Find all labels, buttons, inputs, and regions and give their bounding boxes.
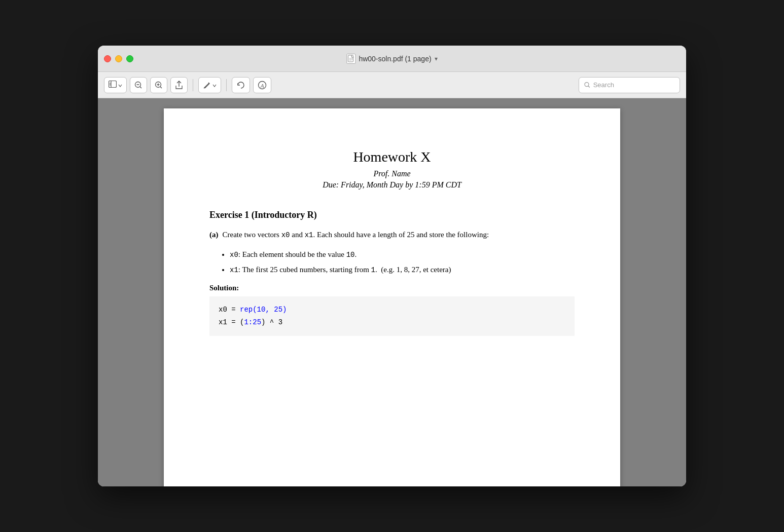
bullet-1: x0: Each element should be the value 10.	[230, 248, 575, 261]
annotate-button[interactable]: A	[253, 77, 271, 93]
sidebar-toggle-button[interactable]	[104, 77, 127, 93]
pdf-professor: Prof. Name	[209, 169, 575, 178]
svg-line-15	[160, 87, 162, 88]
sidebar-chevron	[118, 81, 122, 89]
svg-point-19	[585, 83, 589, 87]
pdf-title: Homework X	[209, 149, 575, 165]
svg-text:A: A	[260, 82, 264, 88]
toolbar-separator-1	[193, 79, 193, 91]
code-line-2: x1 = (1:25) ^ 3	[219, 316, 565, 329]
svg-rect-0	[348, 55, 353, 62]
bullet-list: x0: Each element should be the value 10.…	[230, 248, 575, 276]
zoom-in-button[interactable]	[150, 77, 167, 93]
bullet-2: x1: The first 25 cubed numbers, starting…	[230, 263, 575, 277]
titlebar: hw00-soln.pdf (1 page) ▾	[98, 46, 686, 72]
share-button[interactable]	[170, 77, 188, 93]
markup-chevron	[212, 81, 217, 89]
code-line-1-blue: rep(10, 25)	[240, 306, 287, 314]
code-line-1-prefix: x0 =	[219, 306, 240, 314]
rotate-button[interactable]	[232, 77, 250, 93]
code-line-1: x0 = rep(10, 25)	[219, 303, 565, 316]
code-line-2-suffix: ) ^ 3	[261, 318, 282, 326]
minimize-button[interactable]	[115, 55, 122, 62]
zoom-out-button[interactable]	[130, 77, 147, 93]
code-block: x0 = rep(10, 25) x1 = (1:25) ^ 3	[209, 296, 575, 336]
pdf-page: Homework X Prof. Name Due: Friday, Month…	[164, 108, 620, 486]
title-chevron[interactable]: ▾	[435, 55, 438, 62]
markup-button[interactable]	[198, 77, 221, 93]
sidebar-icon	[109, 81, 117, 89]
titlebar-center: hw00-soln.pdf (1 page) ▾	[346, 54, 437, 64]
svg-line-11	[140, 87, 141, 88]
exercise-title: Exercise 1 (Introductory R)	[209, 210, 575, 220]
pdf-header: Homework X Prof. Name Due: Friday, Month…	[209, 149, 575, 189]
svg-line-20	[588, 86, 590, 88]
maximize-button[interactable]	[126, 55, 133, 62]
document-icon	[346, 54, 355, 64]
code-line-2-prefix: x1 = (	[219, 318, 244, 326]
part-a: (a) Create two vectors x0 and x1. Each s…	[209, 229, 575, 241]
window-title: hw00-soln.pdf (1 page)	[359, 55, 431, 63]
content-area[interactable]: Homework X Prof. Name Due: Friday, Month…	[98, 98, 686, 486]
search-box[interactable]	[579, 77, 680, 93]
solution-label: Solution:	[209, 284, 575, 292]
toolbar-separator-2	[226, 79, 227, 91]
pdf-due-date: Due: Friday, Month Day by 1:59 PM CDT	[209, 180, 575, 189]
part-a-label: (a)	[209, 229, 219, 241]
part-a-text: Create two vectors x0 and x1. Each shoul…	[223, 229, 575, 241]
code-line-2-blue: 1:25	[244, 318, 261, 326]
search-input[interactable]	[593, 81, 674, 89]
close-button[interactable]	[104, 55, 111, 62]
traffic-lights	[104, 55, 133, 62]
app-window: hw00-soln.pdf (1 page) ▾	[98, 46, 686, 486]
toolbar: A	[98, 72, 686, 98]
search-icon	[584, 82, 590, 88]
